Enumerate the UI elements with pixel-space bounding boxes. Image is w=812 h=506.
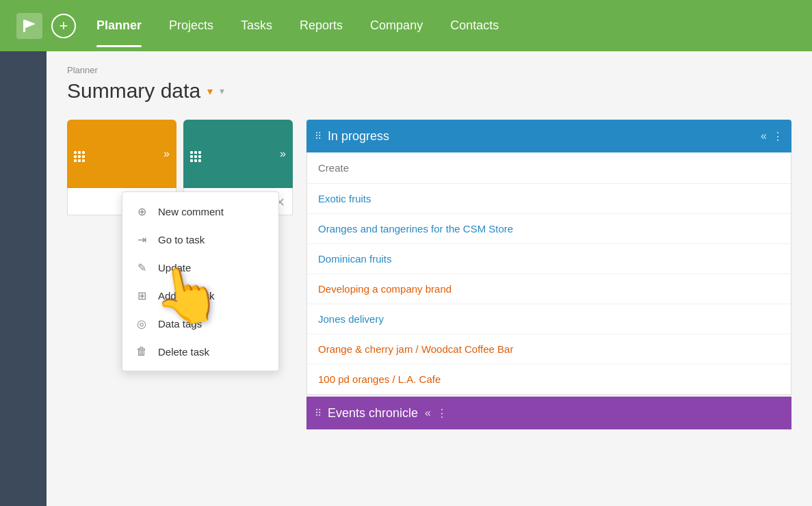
in-progress-column: ⠿ In progress « ⋮ Exotic fruits Oranges … [306, 120, 791, 429]
task-row[interactable]: Exotic fruits [307, 184, 791, 214]
task-row[interactable]: Developing a company brand [307, 274, 791, 304]
nav-reports[interactable]: Reports [286, 0, 356, 51]
nav-company[interactable]: Company [356, 0, 436, 51]
drag-handle-icon: ⠿ [315, 131, 321, 142]
create-input[interactable] [307, 152, 791, 184]
in-progress-header: ⠿ In progress « ⋮ [306, 120, 791, 152]
edit-icon: ✎ [135, 261, 148, 274]
menu-delete-task-label: Delete task [158, 346, 209, 358]
logo-icon[interactable] [16, 13, 42, 39]
events-col-header-icons: « ⋮ [425, 407, 447, 420]
col-teal-expand[interactable]: » [280, 148, 286, 160]
nav-planner[interactable]: Planner [83, 0, 155, 51]
nav-items: Planner Projects Tasks Reports Company C… [83, 0, 512, 51]
menu-update[interactable]: ✎ Update [122, 254, 278, 282]
task-row[interactable]: Orange & cherry jam / Woodcat Coffee Bar [307, 334, 791, 364]
menu-go-to-task-label: Go to task [158, 234, 205, 245]
menu-add-subtask-label: Add subtask [158, 290, 215, 302]
plus-circle-icon: ⊕ [135, 205, 148, 218]
logo-area [7, 0, 51, 51]
menu-data-tags[interactable]: ◎ Data tags [122, 310, 278, 338]
events-collapse-icon[interactable]: « [425, 407, 431, 419]
nav-tasks[interactable]: Tasks [227, 0, 286, 51]
col-header-teal: » [183, 120, 293, 188]
sidebar [0, 51, 47, 506]
task-row[interactable]: Jones delivery [307, 304, 791, 334]
collapse-icon[interactable]: « [761, 130, 767, 142]
main-content: Planner Summary data ▾ ▾ [47, 51, 812, 506]
svg-rect-0 [23, 20, 25, 32]
nav-contacts[interactable]: Contacts [436, 0, 512, 51]
menu-new-comment[interactable]: ⊕ New comment [122, 198, 278, 226]
page-title-row: Summary data ▾ ▾ [67, 79, 791, 103]
col-header-orange: » [67, 120, 176, 188]
title-filter-icon[interactable]: ▾ [220, 85, 224, 96]
add-subtask-icon: ⊞ [135, 289, 148, 302]
context-menu: ⊕ New comment ⇥ Go to task ✎ Update ⊞ Ad… [122, 191, 279, 371]
col-orange-grid [74, 146, 85, 162]
col-header-icons: « ⋮ [761, 130, 783, 143]
more-options-icon[interactable]: ⋮ [772, 130, 783, 143]
events-more-options-icon[interactable]: ⋮ [436, 407, 447, 420]
menu-data-tags-label: Data tags [158, 318, 202, 330]
task-row[interactable]: 100 pd oranges / L.A. Cafe [307, 364, 791, 395]
title-dropdown-icon[interactable]: ▾ [207, 85, 213, 98]
col-orange-expand[interactable]: » [163, 148, 170, 160]
events-chronicle-title: Events chronicle [328, 406, 418, 421]
add-button[interactable]: + [51, 14, 76, 38]
menu-add-subtask[interactable]: ⊞ Add subtask [122, 282, 278, 310]
task-row[interactable]: Dominican fruits [307, 244, 791, 274]
in-progress-title: In progress [328, 129, 754, 144]
menu-go-to-task[interactable]: ⇥ Go to task [122, 226, 278, 254]
page-title: Summary data [67, 79, 200, 103]
in-progress-body: Exotic fruits Oranges and tangerines for… [306, 152, 791, 395]
svg-marker-1 [25, 20, 36, 28]
events-chronicle-header: ⠿ Events chronicle « ⋮ [306, 397, 791, 429]
events-drag-handle-icon: ⠿ [315, 408, 321, 418]
breadcrumb: Planner [67, 65, 791, 75]
menu-update-label: Update [158, 262, 191, 274]
arrow-right-icon: ⇥ [135, 233, 148, 246]
kanban-area: » ✕ [67, 120, 791, 429]
tag-circle-icon: ◎ [135, 317, 148, 330]
nav-projects[interactable]: Projects [155, 0, 227, 51]
top-navigation: + Planner Projects Tasks Reports Company… [0, 0, 812, 51]
task-row[interactable]: Oranges and tangerines for the CSM Store [307, 214, 791, 244]
menu-delete-task[interactable]: 🗑 Delete task [122, 338, 278, 365]
menu-new-comment-label: New comment [158, 206, 224, 217]
col-teal-grid [190, 146, 201, 162]
trash-icon: 🗑 [135, 345, 148, 358]
main-layout: Planner Summary data ▾ ▾ [0, 51, 812, 506]
